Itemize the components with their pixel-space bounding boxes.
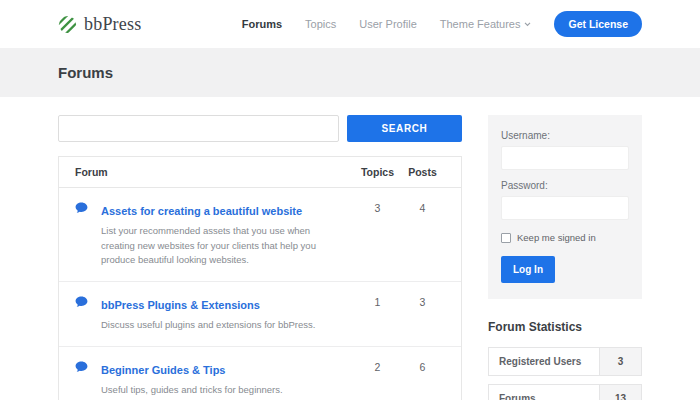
stat-value: 3 xyxy=(599,348,641,375)
comment-icon xyxy=(75,295,101,333)
forum-row-content: bbPress Plugins & Extensions Discuss use… xyxy=(101,295,355,333)
forum-table-header: Forum Topics Posts xyxy=(59,157,461,188)
forum-statistics-title: Forum Statistics xyxy=(488,320,642,334)
nav-item-theme-features-label: Theme Features xyxy=(440,18,521,30)
forum-row-content: Assets for creating a beautiful website … xyxy=(101,201,355,268)
posts-count: 6 xyxy=(400,360,445,398)
remember-me-checkbox[interactable] xyxy=(501,233,511,243)
chevron-down-icon xyxy=(524,22,531,27)
column-header-posts: Posts xyxy=(400,166,445,178)
nav-item-forums[interactable]: Forums xyxy=(242,18,282,30)
page-title-band: Forums xyxy=(0,48,700,97)
remember-me-label: Keep me signed in xyxy=(517,232,596,243)
forum-row: Beginner Guides & Tips Useful tips, guid… xyxy=(59,347,461,400)
page-title: Forums xyxy=(58,64,113,81)
topics-count: 1 xyxy=(355,295,400,333)
column-header-topics: Topics xyxy=(355,166,400,178)
search-input[interactable] xyxy=(58,115,339,142)
nav-item-theme-features[interactable]: Theme Features xyxy=(440,18,532,30)
login-widget: Username: Password: Keep me signed in Lo… xyxy=(488,115,642,299)
password-label: Password: xyxy=(501,180,629,191)
forum-description: Useful tips, guides and tricks for begin… xyxy=(101,383,343,398)
forum-description: Discuss useful plugins and extensions fo… xyxy=(101,318,343,333)
username-field[interactable] xyxy=(501,146,629,170)
posts-count: 4 xyxy=(400,201,445,268)
nav-item-topics[interactable]: Topics xyxy=(305,18,336,30)
forum-search-form: SEARCH xyxy=(58,115,462,142)
get-license-button[interactable]: Get License xyxy=(554,11,642,37)
forum-row-content: Beginner Guides & Tips Useful tips, guid… xyxy=(101,360,355,398)
forum-description: List your recommended assets that you us… xyxy=(101,224,343,268)
forum-link[interactable]: Assets for creating a beautiful website xyxy=(101,205,302,217)
forum-row: Assets for creating a beautiful website … xyxy=(59,188,461,282)
main-column: SEARCH Forum Topics Posts Assets for cre… xyxy=(58,115,462,400)
password-field[interactable] xyxy=(501,196,629,220)
stat-row-registered-users: Registered Users 3 xyxy=(488,347,642,376)
topics-count: 2 xyxy=(355,360,400,398)
posts-count: 3 xyxy=(400,295,445,333)
comment-icon xyxy=(75,360,101,398)
nav-item-user-profile[interactable]: User Profile xyxy=(359,18,416,30)
bbpress-logo-icon xyxy=(58,15,77,34)
stat-value: 13 xyxy=(599,385,641,400)
forum-table: Forum Topics Posts Assets for creating a… xyxy=(58,156,462,400)
content-area: SEARCH Forum Topics Posts Assets for cre… xyxy=(0,97,700,400)
sidebar: Username: Password: Keep me signed in Lo… xyxy=(488,115,642,400)
forum-link[interactable]: Beginner Guides & Tips xyxy=(101,364,226,376)
forum-row: bbPress Plugins & Extensions Discuss use… xyxy=(59,282,461,347)
forum-link[interactable]: bbPress Plugins & Extensions xyxy=(101,299,260,311)
bbpress-logo[interactable]: bbPress xyxy=(58,14,141,35)
stat-label: Registered Users xyxy=(489,348,599,375)
column-header-forum: Forum xyxy=(75,166,355,178)
search-button[interactable]: SEARCH xyxy=(347,115,462,142)
remember-me-row: Keep me signed in xyxy=(501,232,629,243)
log-in-button[interactable]: Log In xyxy=(501,256,555,283)
comment-icon xyxy=(75,201,101,268)
username-label: Username: xyxy=(501,130,629,141)
topics-count: 3 xyxy=(355,201,400,268)
logo-text: bbPress xyxy=(84,14,141,35)
stat-row-forums: Forums 13 xyxy=(488,384,642,400)
stat-label: Forums xyxy=(489,385,599,400)
site-header: bbPress Forums Topics User Profile Theme… xyxy=(0,0,700,48)
main-nav: Forums Topics User Profile Theme Feature… xyxy=(242,11,642,37)
